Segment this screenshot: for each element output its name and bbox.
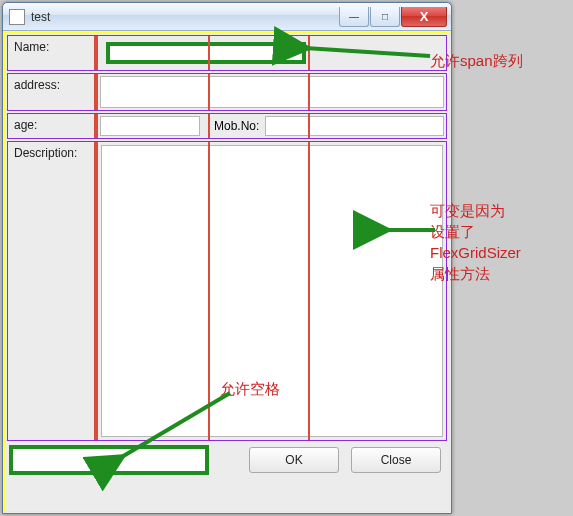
description-label: Description: xyxy=(8,142,96,440)
row-name: Name: xyxy=(7,35,447,71)
name-input[interactable] xyxy=(106,42,306,64)
row-address: address: xyxy=(7,73,447,111)
app-icon xyxy=(9,9,25,25)
annotation-span-columns: 允许span跨列 xyxy=(430,50,523,71)
annotation-allow-blank: 允许空格 xyxy=(220,378,280,399)
address-field-cell xyxy=(96,74,446,110)
minimize-button[interactable]: — xyxy=(339,7,369,27)
name-label: Name: xyxy=(8,36,96,70)
row-buttons: OK Close xyxy=(7,443,447,477)
blank-cell-highlight xyxy=(9,445,209,475)
row-age: age: Mob.No: xyxy=(7,113,447,139)
titlebar[interactable]: test — □ X xyxy=(3,3,451,31)
age-input[interactable] xyxy=(100,116,200,136)
address-label: address: xyxy=(8,74,96,110)
mob-input[interactable] xyxy=(265,116,444,136)
address-input[interactable] xyxy=(100,76,444,108)
age-label: age: xyxy=(8,114,96,138)
ok-button[interactable]: OK xyxy=(249,447,339,473)
close-window-button[interactable]: X xyxy=(401,7,447,27)
annotation-flexgridsizer: 可变是因为 设置了 FlexGridSizer 属性方法 xyxy=(430,200,570,284)
app-window: test — □ X Name: address: age: Mob.No: xyxy=(2,2,452,514)
window-buttons: — □ X xyxy=(339,7,447,27)
client-area: Name: address: age: Mob.No: Description: xyxy=(4,32,450,512)
maximize-button[interactable]: □ xyxy=(370,7,400,27)
age-field-cell: Mob.No: xyxy=(96,114,446,138)
window-title: test xyxy=(31,10,339,24)
mob-label: Mob.No: xyxy=(214,119,259,133)
name-field-cell xyxy=(96,36,446,70)
close-button[interactable]: Close xyxy=(351,447,441,473)
